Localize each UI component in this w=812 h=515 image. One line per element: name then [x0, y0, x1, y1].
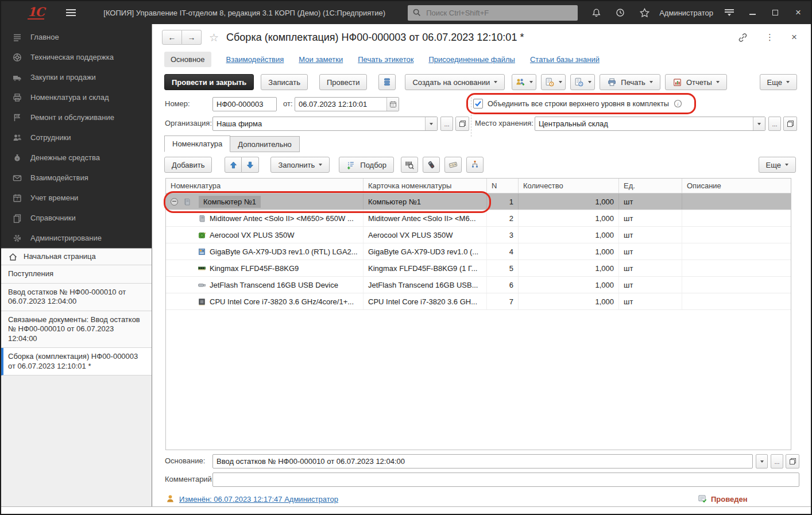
- print-button[interactable]: Печать: [600, 74, 660, 90]
- pick-button[interactable]: Подбор: [339, 157, 394, 173]
- sidebar-item-purchases[interactable]: Закупки и продажи: [1, 67, 152, 87]
- merge-checkbox[interactable]: [473, 99, 483, 109]
- table-row-cpu[interactable]: CPU Intel Core i7-3820 3.6 GHz/4core/1+.…: [166, 293, 791, 310]
- table-more-button[interactable]: Еще: [759, 157, 796, 173]
- favorite-star-icon[interactable]: ☆: [209, 31, 219, 44]
- sidebar-item-glavnoe[interactable]: Главное: [1, 27, 152, 47]
- organization-choose-button[interactable]: ...: [440, 117, 453, 131]
- sidebar-item-interactions[interactable]: Взаимодействия: [1, 168, 152, 188]
- open-tab-svyazannye-dokumenty[interactable]: Связанные документы: Ввод остатков № НФ0…: [1, 311, 152, 349]
- collapse-row-icon[interactable]: [171, 198, 178, 206]
- panel-settings-icon[interactable]: [725, 9, 734, 16]
- number-field[interactable]: [212, 97, 277, 111]
- calendar-picker-button[interactable]: [386, 98, 399, 111]
- more-button[interactable]: Еще: [760, 74, 797, 90]
- barcode-search-button[interactable]: [401, 157, 418, 173]
- organization-open-button[interactable]: [455, 117, 469, 131]
- back-button[interactable]: ←: [162, 30, 182, 45]
- move-down-button[interactable]: [242, 157, 259, 173]
- close-window-button[interactable]: ×: [794, 8, 803, 17]
- minimize-button[interactable]: [748, 8, 757, 17]
- modified-info-link[interactable]: Изменён: 06.07.2023 12:17:47 Администрат…: [179, 495, 338, 504]
- open-tab-sborka-active[interactable]: Сборка (комплектация) НФ00-000003 от 06.…: [1, 348, 152, 375]
- hierarchy-button[interactable]: [466, 157, 484, 173]
- sidebar-item-repair[interactable]: Ремонт и обслуживание: [1, 107, 152, 127]
- post-button[interactable]: Провести: [319, 74, 368, 90]
- save-button[interactable]: Записать: [261, 74, 308, 90]
- comment-field[interactable]: [212, 473, 799, 487]
- open-tab-postupleniya[interactable]: Поступления: [1, 265, 152, 284]
- create-event-button[interactable]: [541, 74, 566, 90]
- home-page-tab[interactable]: Начальная страница: [1, 248, 152, 265]
- tab-osnovnoe[interactable]: Основное: [164, 52, 211, 67]
- table-row-computer[interactable]: Компьютер №1 Компьютер №1 1 1,000 шт: [166, 193, 791, 210]
- info-icon[interactable]: i: [674, 99, 682, 108]
- sidebar-item-nomenclature[interactable]: Номенклатура и склад: [1, 87, 152, 107]
- favorites-star-icon[interactable]: [639, 7, 650, 18]
- price-tag-button[interactable]: 0-9: [444, 157, 462, 173]
- create-based-on-button[interactable]: Создать на основании: [405, 74, 505, 90]
- fill-button[interactable]: Заполнить: [270, 157, 330, 173]
- merge-checkbox-label[interactable]: Объединить все строки верхнего уровня в …: [488, 100, 669, 108]
- sidebar-item-time-tracking[interactable]: 7 Учет времени: [1, 188, 152, 208]
- move-up-button[interactable]: [225, 157, 242, 173]
- tab-pechat-etiketok[interactable]: Печать этикеток: [358, 55, 413, 64]
- tab-prisoedinennye-fayly[interactable]: Присоединенные файлы: [428, 55, 515, 64]
- tab-stati-bazy-znaniy[interactable]: Статьи базы знаний: [530, 55, 600, 64]
- forward-button[interactable]: →: [182, 30, 202, 45]
- close-document-icon[interactable]: ×: [791, 32, 797, 43]
- basis-choose-button[interactable]: ...: [771, 454, 783, 468]
- sidebar-item-administration[interactable]: Администрирование: [1, 228, 152, 248]
- basis-open-button[interactable]: [786, 454, 799, 468]
- add-row-button[interactable]: Добавить: [164, 157, 212, 173]
- create-planner-event-button[interactable]: [570, 74, 595, 90]
- sidebar-item-catalogs[interactable]: Справочники: [1, 208, 152, 228]
- create-interaction-button[interactable]: [512, 74, 536, 90]
- history-icon[interactable]: [614, 7, 626, 18]
- storage-field[interactable]: [535, 117, 765, 131]
- maximize-button[interactable]: [771, 8, 780, 17]
- table-row-miditower[interactable]: Miditower Antec <Solo II> <M650> 650W ..…: [166, 210, 791, 227]
- sidebar: Главное Техническая поддержка Закупки и …: [1, 24, 152, 507]
- post-and-close-button[interactable]: Провести и закрыть: [164, 74, 254, 90]
- more-commands-icon[interactable]: ⋮: [765, 32, 774, 42]
- table-row-aerocool[interactable]: Aerocool VX PLUS 350W Aerocool VX PLUS 3…: [166, 227, 791, 243]
- basis-field[interactable]: [212, 454, 753, 468]
- tab-vzaimodeystviya[interactable]: Взаимодействия: [226, 55, 284, 64]
- table-row-gigabyte[interactable]: GigaByte GA-X79-UD3 rev1.0 (RTL) LGA2...…: [166, 243, 791, 260]
- storage-input[interactable]: [535, 117, 765, 131]
- col-nomenklatura[interactable]: Номенклатура: [166, 179, 364, 193]
- sidebar-item-money[interactable]: s Денежные средства: [1, 148, 152, 168]
- tab-nomenklatura[interactable]: Номенклатура: [164, 135, 230, 152]
- scanner-button[interactable]: [423, 157, 440, 173]
- get-link-icon[interactable]: [737, 32, 748, 43]
- global-search[interactable]: [408, 5, 578, 21]
- storage-choose-button[interactable]: ...: [768, 117, 781, 131]
- storage-dropdown-button[interactable]: [753, 117, 765, 130]
- col-ed[interactable]: Ед.: [619, 179, 682, 193]
- organization-dropdown-button[interactable]: [425, 117, 437, 130]
- col-n[interactable]: N: [487, 179, 519, 193]
- storage-open-button[interactable]: [783, 117, 797, 131]
- organization-input[interactable]: [212, 117, 438, 131]
- sidebar-item-employees[interactable]: Сотрудники: [1, 127, 152, 148]
- col-opisanie[interactable]: Описание: [682, 179, 791, 193]
- current-user[interactable]: Администратор: [659, 9, 713, 17]
- date-field[interactable]: [295, 97, 399, 111]
- open-tab-vvod-ostatkov[interactable]: Ввод остатков № НФ00-000010 от 06.07.202…: [1, 284, 152, 311]
- table-row-jetflash[interactable]: JetFlash Transcend 16GB USB Device JetFl…: [166, 277, 791, 293]
- tab-moi-zametki[interactable]: Мои заметки: [299, 55, 343, 64]
- organization-field[interactable]: [212, 117, 438, 131]
- tab-dopolnitelno[interactable]: Дополнительно: [230, 136, 300, 152]
- sidebar-item-tech-support[interactable]: Техническая поддержка: [1, 47, 152, 67]
- main-menu-icon[interactable]: [66, 9, 76, 16]
- col-kolichestvo[interactable]: Количество: [519, 179, 619, 193]
- search-input[interactable]: [425, 8, 573, 18]
- reports-button[interactable]: Отчеты: [665, 74, 727, 90]
- date-input[interactable]: [295, 97, 399, 111]
- notifications-bell-icon[interactable]: [590, 7, 602, 18]
- basis-dropdown-button[interactable]: [756, 454, 768, 468]
- col-kartochka[interactable]: Карточка номенклатуры: [364, 179, 487, 193]
- related-documents-button[interactable]: [378, 74, 396, 90]
- table-row-kingmax[interactable]: Kingmax FLFD45F-B8KG9 Kingmax FLFD45F-B8…: [166, 260, 791, 277]
